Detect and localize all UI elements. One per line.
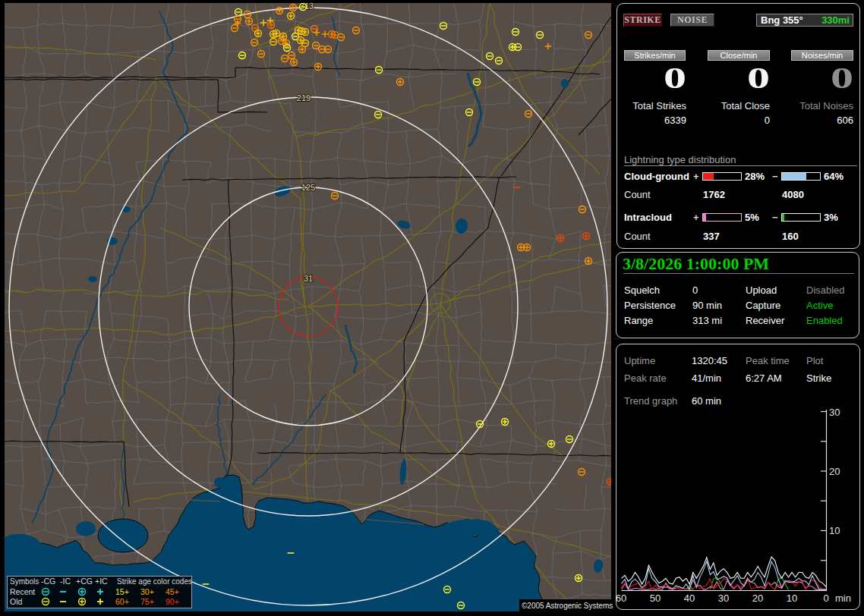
svg-text:30+: 30+	[140, 587, 154, 596]
svg-text:20: 20	[829, 466, 840, 477]
svg-text:15+: 15+	[115, 587, 129, 596]
svg-text:min: min	[835, 592, 851, 604]
svg-text:31: 31	[304, 274, 313, 283]
svg-text:40: 40	[684, 592, 695, 604]
svg-text:Old: Old	[10, 597, 23, 606]
svg-text:Symbols: Symbols	[10, 577, 39, 586]
svg-text:60: 60	[616, 592, 626, 604]
svg-text:Strike age color codes: Strike age color codes	[117, 577, 192, 586]
svg-text:30: 30	[718, 592, 729, 604]
svg-text:125: 125	[301, 183, 315, 192]
svg-text:50: 50	[650, 592, 661, 604]
svg-text:10: 10	[787, 592, 797, 604]
svg-text:45+: 45+	[166, 587, 179, 596]
svg-text:+IC: +IC	[95, 577, 108, 586]
svg-text:20: 20	[752, 592, 763, 604]
svg-text:0: 0	[823, 592, 828, 604]
svg-text:10: 10	[829, 525, 840, 536]
svg-text:-IC: -IC	[60, 577, 71, 586]
svg-text:Recent: Recent	[10, 587, 35, 596]
svg-text:©2005 Astrogenic Systems: ©2005 Astrogenic Systems	[522, 602, 613, 610]
svg-text:90+: 90+	[166, 597, 179, 606]
svg-text:219: 219	[297, 93, 311, 102]
svg-text:75+: 75+	[140, 597, 154, 606]
svg-text:30: 30	[829, 407, 840, 418]
svg-text:-CG: -CG	[41, 577, 55, 586]
svg-text:60+: 60+	[115, 597, 129, 606]
svg-text:+CG: +CG	[76, 577, 93, 586]
